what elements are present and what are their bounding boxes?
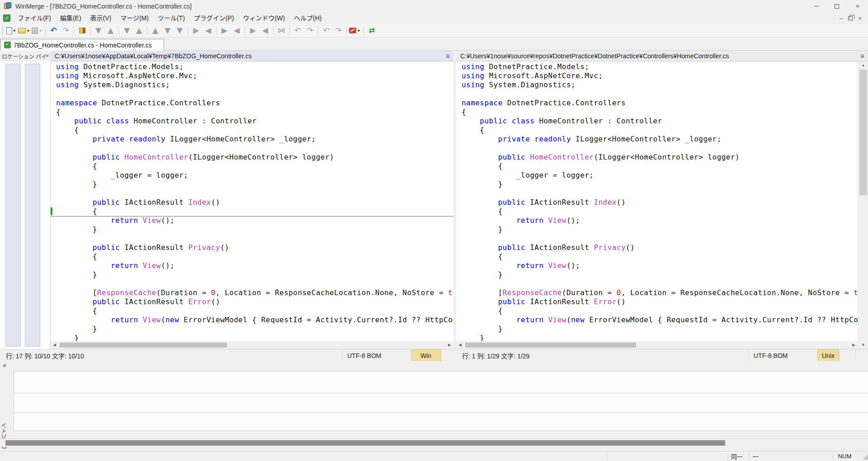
code-line[interactable]: { [456,108,858,117]
maximize-button[interactable] [826,0,847,12]
left-header-menu-icon[interactable]: ≡ [446,52,450,60]
code-line[interactable]: [ResponseCache(Duration = 0, Location = … [456,288,858,297]
left-code-pane[interactable]: using DotnetPractice.Models;using Micros… [51,61,453,341]
code-line[interactable]: public IActionResult Index() [456,198,858,207]
code-line[interactable]: using Microsoft.AspNetCore.Mvc; [51,71,453,80]
code-line[interactable]: return View(); [456,216,858,225]
mdi-close-button[interactable]: × [858,15,862,22]
code-line[interactable]: _logger = logger; [51,171,453,180]
left-file-header[interactable]: C:¥Users¥1nose¥AppData¥Local¥Temp¥7BbZOG… [51,51,453,61]
code-line[interactable]: } [51,225,453,234]
code-line[interactable]: } [456,180,858,189]
scroll-down-icon[interactable]: ▼ [858,341,868,349]
code-line[interactable]: private readonly ILogger<HomeController>… [456,135,858,144]
code-line[interactable] [51,89,453,99]
code-line[interactable] [51,144,453,153]
code-line[interactable] [456,234,858,243]
dropdown-icon[interactable]: ▾ [26,28,31,33]
code-line[interactable]: _logger = logger; [456,171,858,180]
plugin-button[interactable]: ▾ [349,25,361,36]
scroll-right-icon[interactable]: ▶ [850,341,858,349]
right-eol-type[interactable]: Unix [817,349,839,362]
code-line[interactable]: return View(); [51,216,453,225]
scroll-left-icon[interactable]: ◀ [51,341,58,349]
code-line[interactable]: { [51,306,453,315]
code-line[interactable]: using DotnetPractice.Models; [51,62,453,71]
location-pane-close-icon[interactable]: × [46,53,49,59]
code-line[interactable] [51,279,453,288]
code-line[interactable] [456,89,858,99]
options-button[interactable] [76,25,88,36]
minimize-button[interactable] [806,0,826,12]
code-line[interactable]: public HomeController(ILogger<HomeContro… [51,153,453,162]
menu-item-プラグイン[interactable]: プラグイン(P) [189,14,239,22]
code-line[interactable]: { [456,207,858,216]
code-line[interactable]: { [51,108,453,117]
dropdown-icon[interactable]: ▾ [38,28,43,33]
close-button[interactable]: × [847,0,868,12]
code-line[interactable]: { [456,252,858,261]
code-line[interactable] [51,234,453,243]
code-line[interactable]: { [51,252,453,261]
code-line[interactable] [51,189,453,198]
code-line[interactable]: public IActionResult Error() [456,297,858,306]
code-line[interactable]: } [456,270,858,279]
code-line[interactable]: { [456,162,858,171]
menu-item-ファイル[interactable]: ファイル(F) [13,14,56,22]
diff-pane-scrollbar-thumb[interactable] [5,440,725,446]
scroll-left-icon[interactable]: ◀ [456,341,464,349]
scroll-right-icon[interactable]: ▶ [446,341,453,349]
swap-panes-button[interactable]: ⇄ [366,25,377,36]
code-line[interactable]: } [51,270,453,279]
mdi-minimize-button[interactable]: – [840,15,843,22]
code-line[interactable]: public IActionResult Index() [51,198,453,207]
menu-item-ツール[interactable]: ツール(T) [153,14,189,22]
right-file-header[interactable]: C:¥Users¥1nose¥source¥repos¥DotnetPracti… [456,51,868,61]
code-line[interactable]: } [51,180,453,189]
resize-grip-icon[interactable]: ◢ [856,452,868,461]
code-line[interactable]: return View(new ErrorViewModel { Request… [51,315,453,325]
location-pane[interactable] [0,61,51,349]
menu-item-編集[interactable]: 編集(E) [56,14,86,22]
code-line[interactable]: using Microsoft.AspNetCore.Mvc; [456,71,858,80]
diff-pane-horizontal-scrollbar[interactable] [0,438,868,447]
undo-button[interactable]: ↶ [48,25,59,36]
open-file-button[interactable]: ▾ [18,25,31,36]
code-line[interactable]: } [456,225,858,234]
code-line[interactable]: using System.Diagnostics; [51,80,453,89]
right-horizontal-scrollbar-thumb[interactable] [465,343,636,348]
code-line[interactable]: public IActionResult Privacy() [456,243,858,252]
left-horizontal-scrollbar[interactable]: ◀ ▶ [51,341,453,349]
code-line[interactable]: return View(); [51,261,453,270]
menu-item-マージ[interactable]: マージ(M) [116,14,153,22]
code-line[interactable]: public HomeController(ILogger<HomeContro… [456,153,858,162]
code-line[interactable]: } [51,334,453,341]
code-line[interactable]: { [51,207,453,216]
dropdown-icon[interactable]: ▾ [12,28,17,33]
vertical-scrollbar-thumb[interactable] [859,70,867,195]
toolbar-grip[interactable] [2,27,3,35]
code-line[interactable]: { [51,126,453,135]
menu-item-表示[interactable]: 表示(V) [86,14,116,22]
code-line[interactable]: { [456,126,858,135]
location-bar-left-file[interactable] [5,64,21,347]
diff-pane-content[interactable] [14,371,868,431]
code-line[interactable]: using DotnetPractice.Models; [456,62,858,71]
code-line[interactable] [456,279,858,288]
code-line[interactable]: { [51,162,453,171]
code-line[interactable]: } [456,334,858,341]
menu-item-ヘルプ[interactable]: ヘルプ(H) [289,14,326,22]
code-line[interactable]: [ResponseCache(Duration = 0, Location = … [51,288,453,297]
code-line[interactable] [456,144,858,153]
code-line[interactable]: } [456,325,858,334]
code-line[interactable]: public IActionResult Error() [51,297,453,306]
code-line[interactable]: namespace DotnetPractice.Controllers [456,99,858,108]
right-encoding[interactable]: UTF-8 BOM [749,349,817,362]
code-line[interactable]: private readonly ILogger<HomeController>… [51,135,453,144]
code-line[interactable]: public IActionResult Privacy() [51,243,453,252]
code-line[interactable]: using System.Diagnostics; [456,80,858,89]
code-line[interactable]: public class HomeController : Controller [51,117,453,126]
left-encoding[interactable]: UTF-8 BOM [342,349,411,362]
code-line[interactable]: public class HomeController : Controller [456,117,858,126]
mdi-restore-button[interactable] [848,16,853,20]
